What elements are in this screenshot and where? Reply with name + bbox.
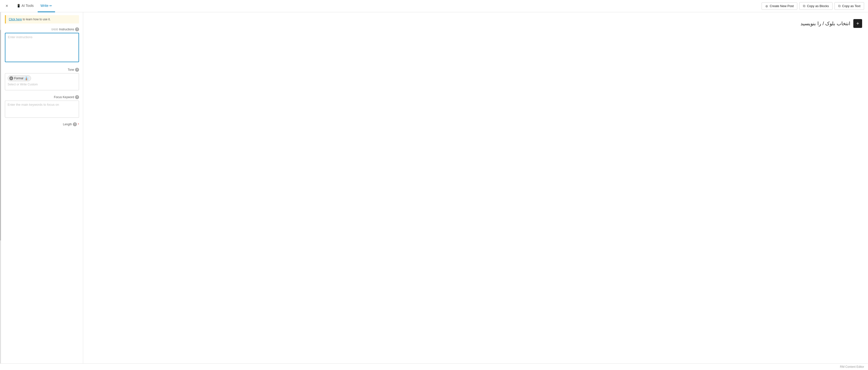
status-bar-text: RM Content Editor <box>840 365 864 369</box>
length-label-text: Length <box>63 123 72 126</box>
add-block-icon: + <box>856 21 859 26</box>
copy-as-blocks-button[interactable]: ⧉ Copy as Blocks <box>799 2 833 10</box>
close-button[interactable]: × <box>4 3 10 9</box>
app-wrapper: × 📱 AI Tools Write ✏ ⊕ Create New Post ⧉ <box>0 0 868 370</box>
tab-group: 📱 AI Tools Write ✏ <box>14 0 55 12</box>
focus-keyword-label-text: Focus Keyword <box>54 95 74 99</box>
panel-inner: Click here to learn how to use it. 0/600… <box>0 12 83 363</box>
right-panel: انتخاب بلوک / را بنویسید + <box>83 12 868 363</box>
blocks-icon: ⧉ <box>803 4 805 8</box>
info-banner: Click here to learn how to use it. <box>5 15 79 24</box>
info-banner-text: to learn how to use it. <box>22 18 51 21</box>
length-label-row: Length ? * <box>5 122 79 126</box>
top-bar-right: ⊕ Create New Post ⧉ Copy as Blocks ⧉ Cop… <box>762 2 864 10</box>
tab-write-label: Write <box>41 4 49 8</box>
tone-tag-remove-button[interactable]: × <box>9 76 13 80</box>
create-new-post-button[interactable]: ⊕ Create New Post <box>762 2 797 10</box>
add-block-button[interactable]: + <box>853 19 862 28</box>
scroll-track <box>0 12 1 363</box>
tone-tag-label: Formal <box>14 76 23 80</box>
focus-keyword-help-icon[interactable]: ? <box>75 95 79 99</box>
ai-tools-icon: 📱 <box>17 4 21 8</box>
tone-field[interactable]: × Formal 👔 Select or Write Custom <box>5 73 79 90</box>
block-selector-text: انتخاب بلوک / را بنویسید <box>801 21 850 26</box>
tone-placeholder: Select or Write Custom <box>8 83 76 86</box>
tone-section: Tone ? × Formal 👔 Select or Write Custom <box>5 68 79 90</box>
close-icon: × <box>6 3 8 8</box>
tone-tag-emoji: 👔 <box>24 76 28 80</box>
info-banner-link[interactable]: Click here <box>9 18 22 21</box>
tone-tag-formal: × Formal 👔 <box>8 75 31 81</box>
instructions-textarea[interactable] <box>5 33 79 62</box>
tone-label-text: Tone <box>68 68 74 71</box>
focus-keyword-section: Focus Keyword ? <box>5 95 79 118</box>
tab-write[interactable]: Write ✏ <box>38 0 55 12</box>
copy-as-text-label: Copy as Text <box>842 4 860 8</box>
scroll-thumb <box>0 30 1 241</box>
block-selector-area: انتخاب بلوک / را بنویسید + <box>89 17 862 30</box>
length-help-icon[interactable]: ? <box>73 122 77 126</box>
right-panel-content: انتخاب بلوک / را بنویسید + <box>83 12 868 363</box>
instructions-counter: 0/600 <box>51 28 58 31</box>
focus-keyword-label-row: Focus Keyword ? <box>5 95 79 99</box>
tone-help-icon[interactable]: ? <box>75 68 79 72</box>
tab-ai-tools[interactable]: 📱 AI Tools <box>14 0 37 12</box>
focus-keyword-textarea[interactable] <box>5 100 79 118</box>
tab-ai-tools-label: AI Tools <box>22 4 34 8</box>
text-icon: ⧉ <box>838 4 841 8</box>
length-required-star: * <box>78 123 79 126</box>
top-bar: × 📱 AI Tools Write ✏ ⊕ Create New Post ⧉ <box>0 0 868 12</box>
instructions-help-icon[interactable]: ? <box>75 27 79 31</box>
create-new-post-label: Create New Post <box>770 4 794 8</box>
copy-as-blocks-label: Copy as Blocks <box>807 4 829 8</box>
main-content: Click here to learn how to use it. 0/600… <box>0 12 868 363</box>
status-bar: RM Content Editor <box>0 363 868 370</box>
length-section: Length ? * <box>5 122 79 126</box>
plus-icon: ⊕ <box>765 4 768 8</box>
instructions-label-row: 0/600 Instructions ? <box>5 27 79 31</box>
instructions-label-text: Instructions <box>59 28 74 31</box>
left-panel: Click here to learn how to use it. 0/600… <box>0 12 83 363</box>
top-bar-left: × 📱 AI Tools Write ✏ <box>4 0 55 12</box>
tone-tags: × Formal 👔 <box>8 75 76 81</box>
write-icon: ✏ <box>50 4 52 8</box>
tone-label-row: Tone ? <box>5 68 79 72</box>
copy-as-text-button[interactable]: ⧉ Copy as Text <box>835 2 864 10</box>
